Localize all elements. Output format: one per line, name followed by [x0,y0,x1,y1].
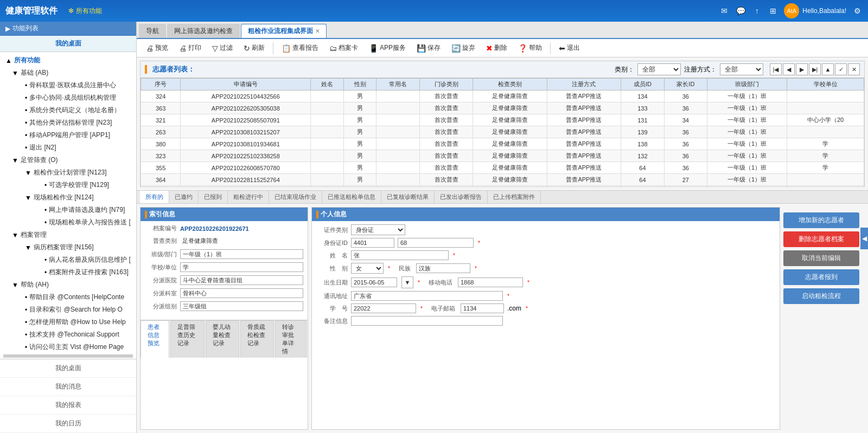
status-tab-all[interactable]: 所有的 [140,191,169,203]
sidebar-item-help-contents[interactable]: •帮助目录 @Contents [HelpConte [22,291,134,303]
tab-workflow[interactable]: 粗检作业流程集成界面 ✕ [241,24,327,38]
app-service-button[interactable]: 📱 APP服务 [364,41,411,55]
dispatch-group-input[interactable] [180,301,303,311]
table-row[interactable]: 363APP20210226205305038男首次普查足脊健康筛查普查APP推… [141,102,864,114]
filter-button[interactable]: ▽ 过滤 [207,41,238,55]
sidebar-my-reports-btn[interactable]: 我的报表 [0,396,136,415]
expand-button[interactable]: ▲ [822,63,834,75]
dispatch-hospital-input[interactable] [180,275,303,285]
sidebar-item-app-user[interactable]: •移动APP端用户管理 [APP1] [22,129,134,141]
preview-button[interactable]: 🖨 预览 [141,41,173,55]
print-button[interactable]: 🖨 打印 [174,41,206,55]
prev-page-button[interactable]: ◀ [783,63,795,75]
sidebar-item-other-classify[interactable]: •其他分类评估指标管理 [N23] [22,117,134,129]
name-input[interactable] [351,250,449,260]
abandon-button[interactable]: 🔄 旋弃 [446,41,480,55]
tree-root-item[interactable]: ▲ 所有功能 ▼ 基础 (AB) •骨科联盟·医联体成员注册中心 •多中心协同·… [2,54,134,353]
sidebar-item-online-invite[interactable]: •网上申请筛选及邀约 [N79] [41,204,134,216]
school-unit-input[interactable] [180,262,303,272]
tab-close-icon[interactable]: ✕ [315,28,320,34]
upload-icon[interactable]: ↑ [751,5,762,16]
refresh-button[interactable]: ↻ 刷新 [239,41,270,55]
sidebar-item-site-check[interactable]: ▼ 现场粗检作业 [N124] [22,191,134,204]
dob-calendar-button[interactable]: ▼ [401,276,413,288]
email-input[interactable] [461,303,504,313]
student-id-input[interactable] [351,303,416,313]
add-volunteer-button[interactable]: 增加新的志愿者 [783,212,859,228]
info-tab-patient-preview[interactable]: 患者信息预览 [141,320,169,358]
sidebar-item-archive[interactable]: ▼ 档案管理 [9,229,134,241]
gender-select[interactable]: 女 男 [351,263,384,274]
settings-icon[interactable]: ⚙ [852,5,863,16]
status-tab-finished-site[interactable]: 已结束现场作业 [269,191,322,203]
header-menu[interactable]: ✻ 所有功能 [68,7,102,16]
status-tab-uploaded[interactable]: 已上传档案附件 [488,191,541,203]
last-page-button[interactable]: ▶| [809,63,821,75]
category-select[interactable]: 全部 [637,63,681,75]
info-tab-referral[interactable]: 转诊审批单详情 [275,320,307,358]
help-button[interactable]: ❓ 帮助 [513,41,547,55]
sidebar-item-foot-screen[interactable]: ▼ 足管筛查 (O) [9,154,134,166]
delete-volunteer-button[interactable]: 删除志愿者档案 [783,231,859,247]
table-row[interactable]: 261APP20210221165747423男首次普查足脊健康筛查普查APP推… [141,186,864,187]
sidebar-my-calendar-btn[interactable]: 我的日历 [0,415,136,433]
sidebar-item-onsite-report[interactable]: •现场粗检单录入与报告推送 [ [41,216,134,229]
sidebar-item-attachment-search[interactable]: •档案附件及证件搜索 [N163] [41,266,134,279]
sidebar-item-tech-support[interactable]: •技术支持 @Techonical Support [22,328,134,341]
sidebar-scrollbar[interactable] [3,354,133,358]
first-page-button[interactable]: |◀ [770,63,782,75]
ethnicity-input[interactable] [416,263,470,273]
status-tab-reported[interactable]: 已报到 [199,191,228,203]
table-row[interactable]: 263APP20210308103215207男首次普查足脊健康筛查普查APP推… [141,126,864,138]
start-workflow-button[interactable]: 启动粗检流程 [783,288,859,304]
view-report-button[interactable]: 📋 查看报告 [277,41,323,55]
table-row[interactable]: 323APP20210225102338258男首次普查足脊健康筛查普查APP推… [141,150,864,162]
sidebar-item-system-code[interactable]: •系统分类代码定义（地址名册） [22,104,134,117]
sidebar-item-how-to-use[interactable]: •怎样使用帮助 @How to Use Help [22,316,134,328]
sidebar-item-basic[interactable]: ▼ 基础 (AB) [9,67,134,79]
sidebar-item-all-functions[interactable]: ▲ 所有功能 [2,54,134,67]
chat-icon[interactable]: 💬 [735,5,746,16]
expand-sidebar-button[interactable]: ◀ [860,228,868,249]
sidebar-item-medical-archive[interactable]: ▼ 病历档案管理 [N156] [22,241,134,254]
sidebar-item-exit[interactable]: •退出 [N2] [22,141,134,154]
tab-online-screening[interactable]: 网上筛选及邀约检查 [167,24,240,38]
register-select[interactable]: 全部 [720,63,763,75]
sidebar-item-school-manage[interactable]: •可选学校管理 [N129] [41,179,134,191]
table-row[interactable]: 364APP20210228115252764男首次普查足脊健康筛查普查APP推… [141,174,864,186]
table-row[interactable]: 324APP20210225104432566男首次普查足脊健康筛查普查APP推… [141,91,864,102]
dispatch-dept-input[interactable] [180,288,303,298]
id-type-select[interactable]: 身份证 [351,224,405,235]
mail-icon[interactable]: ✉ [719,5,730,16]
info-tab-infant-check[interactable]: 婴儿动量检查记录 [206,320,239,358]
sidebar-item-bone-union[interactable]: •骨科联盟·医联体成员注册中心 [22,79,134,92]
dob-input[interactable] [351,277,397,287]
class-dept-input[interactable] [180,249,303,259]
sidebar-my-messages-btn[interactable]: 我的消息 [0,378,136,396]
save-button[interactable]: 💾 保存 [412,41,445,55]
confirm-button[interactable]: ✓ [835,63,847,75]
phone-input[interactable] [458,277,523,287]
status-tab-report-sent[interactable]: 已发出诊断报告 [435,191,488,203]
delete-button[interactable]: ✖ 删除 [481,41,512,55]
status-tab-in-progress[interactable]: 粗检进行中 [228,191,269,203]
info-tab-bone-check[interactable]: 骨质疏松检查记录 [240,320,274,358]
sidebar-tab[interactable]: ▶ 功能列表 [0,22,136,36]
sidebar-item-help[interactable]: ▼ 帮助 (AH) [9,279,134,291]
sidebar-my-desktop-btn[interactable]: 我的桌面 [0,359,136,378]
id-number-input1[interactable] [351,238,394,248]
sidebar-item-help-index[interactable]: •目录和索引 @Search for Help O [22,303,134,316]
volunteer-checkin-button[interactable]: 志愿者报到 [783,269,859,285]
cancel-nav-button[interactable]: ✕ [848,63,860,75]
cancel-edit-button[interactable]: 取消当前编辑 [783,250,859,266]
table-row[interactable]: 355APP20210226008570780男首次普查足脊健康筛查普查APP推… [141,162,864,174]
status-tab-pushed[interactable]: 已推送粗检单信息 [322,191,381,203]
remarks-input[interactable] [351,316,503,326]
status-tab-invited[interactable]: 已邀约 [169,191,199,203]
sidebar-item-home-page[interactable]: •访问公司主页 Vist @Home Page [22,341,134,353]
sidebar-item-multicenter[interactable]: •多中心协同·成员组织机构管理 [22,92,134,104]
table-row[interactable]: 321APP20210225085507091男首次普查足脊健康筛查普查APP推… [141,114,864,126]
grid-icon[interactable]: ⊞ [768,5,778,16]
id-number-input2[interactable] [398,238,474,248]
status-tab-reviewed[interactable]: 已复核诊断结果 [381,191,435,203]
